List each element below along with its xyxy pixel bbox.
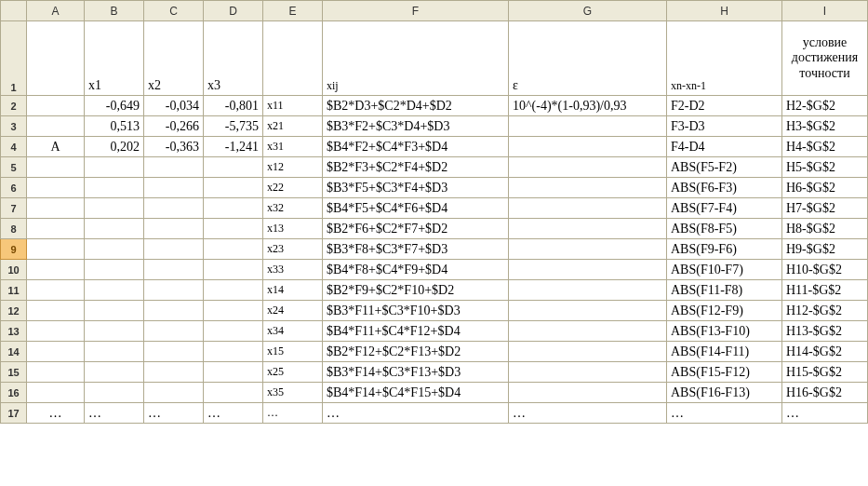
cell[interactable] <box>85 157 144 178</box>
cell[interactable]: $B4*F11+$C4*F12+$D4 <box>323 321 509 342</box>
row-header[interactable]: 17 <box>1 403 27 424</box>
cell[interactable] <box>204 219 263 239</box>
row-header[interactable]: 2 <box>1 96 27 116</box>
cell[interactable]: H6-$G$2 <box>782 178 868 198</box>
cell[interactable] <box>144 301 204 321</box>
cell[interactable]: ABS(F9-F6) <box>667 239 782 260</box>
cell[interactable]: $B4*F2+$C4*F3+$D4 <box>323 137 509 157</box>
cell[interactable] <box>27 280 85 301</box>
col-header-D[interactable]: D <box>204 1 263 21</box>
cell[interactable]: $B3*F2+$C3*D4+$D3 <box>323 116 509 137</box>
cell[interactable]: ABS(F10-F7) <box>667 260 782 280</box>
cell[interactable]: x11 <box>263 96 323 116</box>
cell[interactable]: -0,266 <box>144 116 204 137</box>
cell[interactable] <box>27 301 85 321</box>
cell[interactable]: x32 <box>263 198 323 219</box>
cell[interactable]: ε <box>509 21 667 96</box>
row-header[interactable]: 10 <box>1 260 27 280</box>
cell[interactable]: $B2*F6+$C2*F7+$D2 <box>323 219 509 239</box>
col-header-A[interactable]: A <box>27 1 85 21</box>
cell[interactable]: $B2*F9+$C2*F10+$D2 <box>323 280 509 301</box>
cell[interactable]: … <box>509 403 667 424</box>
cell[interactable] <box>509 157 667 178</box>
cell[interactable]: x34 <box>263 321 323 342</box>
cell[interactable] <box>27 116 85 137</box>
cell[interactable]: $B2*F12+$C2*F13+$D2 <box>323 342 509 362</box>
row-header[interactable]: 8 <box>1 219 27 239</box>
cell[interactable] <box>204 342 263 362</box>
cell[interactable]: $B2*F3+$C2*F4+$D2 <box>323 157 509 178</box>
cell[interactable]: x13 <box>263 219 323 239</box>
cell[interactable]: H13-$G$2 <box>782 321 868 342</box>
cell[interactable] <box>509 219 667 239</box>
cell[interactable] <box>85 178 144 198</box>
cell[interactable] <box>144 280 204 301</box>
cell[interactable]: H9-$G$2 <box>782 239 868 260</box>
cell[interactable]: -0,034 <box>144 96 204 116</box>
cell[interactable] <box>144 219 204 239</box>
cell[interactable]: H2-$G$2 <box>782 96 868 116</box>
cell[interactable] <box>144 342 204 362</box>
cell[interactable]: 0,513 <box>85 116 144 137</box>
cell[interactable] <box>204 362 263 383</box>
cell[interactable]: $B4*F14+$C4*F15+$D4 <box>323 383 509 403</box>
row-header[interactable]: 15 <box>1 362 27 383</box>
cell[interactable] <box>204 321 263 342</box>
cell[interactable]: ABS(F16-F13) <box>667 383 782 403</box>
cell[interactable] <box>509 342 667 362</box>
cell[interactable]: H5-$G$2 <box>782 157 868 178</box>
cell[interactable]: x3 <box>204 21 263 96</box>
cell[interactable] <box>85 321 144 342</box>
cell[interactable]: H12-$G$2 <box>782 301 868 321</box>
cell[interactable] <box>509 116 667 137</box>
cell[interactable]: $B2*D3+$C2*D4+$D2 <box>323 96 509 116</box>
cell[interactable] <box>204 178 263 198</box>
cell[interactable]: 0,202 <box>85 137 144 157</box>
cell[interactable]: ABS(F8-F5) <box>667 219 782 239</box>
cell[interactable] <box>85 342 144 362</box>
cell[interactable]: ABS(F5-F2) <box>667 157 782 178</box>
cell[interactable]: ABS(F11-F8) <box>667 280 782 301</box>
cell[interactable] <box>509 198 667 219</box>
col-header-C[interactable]: C <box>144 1 204 21</box>
cell[interactable] <box>27 321 85 342</box>
cell[interactable]: -0,363 <box>144 137 204 157</box>
cell[interactable]: … <box>27 403 85 424</box>
col-header-B[interactable]: B <box>85 1 144 21</box>
cell[interactable]: $B3*F8+$C3*F7+$D3 <box>323 239 509 260</box>
cell[interactable]: H4-$G$2 <box>782 137 868 157</box>
row-header[interactable]: 14 <box>1 342 27 362</box>
cell[interactable]: -0,649 <box>85 96 144 116</box>
cell[interactable] <box>144 157 204 178</box>
cell[interactable] <box>27 198 85 219</box>
cell[interactable]: $B4*F8+$C4*F9+$D4 <box>323 260 509 280</box>
cell[interactable]: F3-D3 <box>667 116 782 137</box>
cell[interactable]: H8-$G$2 <box>782 219 868 239</box>
cell[interactable]: -5,735 <box>204 116 263 137</box>
row-header[interactable]: 5 <box>1 157 27 178</box>
cell[interactable]: x25 <box>263 362 323 383</box>
cell[interactable] <box>263 21 323 96</box>
cell[interactable] <box>509 280 667 301</box>
cell[interactable] <box>144 198 204 219</box>
cell[interactable] <box>27 342 85 362</box>
row-header[interactable]: 11 <box>1 280 27 301</box>
col-header-I[interactable]: I <box>782 1 868 21</box>
cell[interactable]: $B3*F11+$C3*F10+$D3 <box>323 301 509 321</box>
cell[interactable] <box>204 383 263 403</box>
cell[interactable]: … <box>667 403 782 424</box>
cell[interactable] <box>204 260 263 280</box>
cell[interactable] <box>204 157 263 178</box>
cell[interactable]: ABS(F7-F4) <box>667 198 782 219</box>
cell[interactable]: $B3*F5+$C3*F4+$D3 <box>323 178 509 198</box>
cell[interactable]: H10-$G$2 <box>782 260 868 280</box>
cell[interactable]: x35 <box>263 383 323 403</box>
cell[interactable] <box>27 383 85 403</box>
cell[interactable] <box>27 96 85 116</box>
cell[interactable] <box>204 198 263 219</box>
cell[interactable] <box>144 260 204 280</box>
cell[interactable]: $B3*F14+$C3*F13+$D3 <box>323 362 509 383</box>
row-header[interactable]: 4 <box>1 137 27 157</box>
cell[interactable] <box>509 137 667 157</box>
cell[interactable] <box>144 178 204 198</box>
